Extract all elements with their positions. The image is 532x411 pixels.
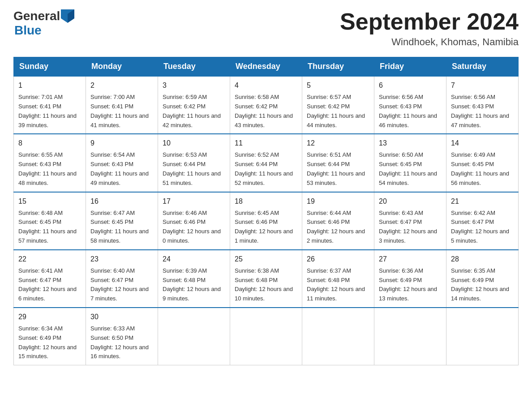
day-number: 30: [90, 312, 153, 322]
day-info: Sunrise: 6:45 AMSunset: 6:46 PMDaylight:…: [235, 209, 297, 246]
calendar-cell: 27Sunrise: 6:36 AMSunset: 6:49 PMDayligh…: [374, 250, 446, 308]
day-number: 26: [307, 254, 369, 265]
col-header-friday: Friday: [374, 57, 446, 77]
day-info: Sunrise: 6:33 AMSunset: 6:50 PMDaylight:…: [90, 324, 153, 361]
calendar-cell: 20Sunrise: 6:43 AMSunset: 6:47 PMDayligh…: [374, 192, 446, 250]
calendar-week-1: 1Sunrise: 7:01 AMSunset: 6:41 PMDaylight…: [14, 76, 519, 134]
calendar-cell: 3Sunrise: 6:59 AMSunset: 6:42 PMDaylight…: [158, 76, 230, 134]
calendar-cell: 2Sunrise: 7:00 AMSunset: 6:41 PMDaylight…: [86, 76, 158, 134]
calendar-cell: 15Sunrise: 6:48 AMSunset: 6:45 PMDayligh…: [14, 192, 86, 250]
col-header-saturday: Saturday: [446, 57, 519, 77]
day-number: 29: [18, 312, 81, 322]
calendar-cell: 17Sunrise: 6:46 AMSunset: 6:46 PMDayligh…: [158, 192, 230, 250]
calendar-cell: 8Sunrise: 6:55 AMSunset: 6:43 PMDaylight…: [14, 134, 86, 192]
calendar-cell: 19Sunrise: 6:44 AMSunset: 6:46 PMDayligh…: [302, 192, 374, 250]
calendar-cell: 16Sunrise: 6:47 AMSunset: 6:45 PMDayligh…: [86, 192, 158, 250]
day-number: 3: [163, 80, 225, 91]
calendar-cell: 5Sunrise: 6:57 AMSunset: 6:42 PMDaylight…: [302, 76, 374, 134]
calendar-week-2: 8Sunrise: 6:55 AMSunset: 6:43 PMDaylight…: [14, 134, 519, 192]
day-number: 1: [18, 80, 81, 91]
day-info: Sunrise: 6:51 AMSunset: 6:44 PMDaylight:…: [307, 150, 369, 188]
day-number: 14: [451, 138, 514, 149]
calendar-week-5: 29Sunrise: 6:34 AMSunset: 6:49 PMDayligh…: [14, 308, 519, 365]
calendar-cell: 30Sunrise: 6:33 AMSunset: 6:50 PMDayligh…: [86, 308, 158, 365]
day-info: Sunrise: 6:54 AMSunset: 6:43 PMDaylight:…: [90, 150, 153, 188]
calendar-week-3: 15Sunrise: 6:48 AMSunset: 6:45 PMDayligh…: [14, 192, 519, 250]
col-header-tuesday: Tuesday: [158, 57, 230, 77]
day-number: 4: [235, 80, 297, 91]
day-info: Sunrise: 6:56 AMSunset: 6:43 PMDaylight:…: [451, 93, 514, 130]
day-info: Sunrise: 6:37 AMSunset: 6:48 PMDaylight:…: [307, 266, 369, 304]
day-info: Sunrise: 6:46 AMSunset: 6:46 PMDaylight:…: [163, 209, 225, 246]
col-header-thursday: Thursday: [302, 57, 374, 77]
day-number: 23: [90, 254, 153, 265]
calendar-cell: 21Sunrise: 6:42 AMSunset: 6:47 PMDayligh…: [446, 192, 519, 250]
day-info: Sunrise: 6:53 AMSunset: 6:44 PMDaylight:…: [163, 150, 225, 188]
day-info: Sunrise: 6:36 AMSunset: 6:49 PMDaylight:…: [379, 266, 442, 304]
day-number: 28: [451, 254, 514, 265]
calendar-cell: 26Sunrise: 6:37 AMSunset: 6:48 PMDayligh…: [302, 250, 374, 308]
day-info: Sunrise: 7:00 AMSunset: 6:41 PMDaylight:…: [90, 93, 153, 130]
day-info: Sunrise: 6:57 AMSunset: 6:42 PMDaylight:…: [307, 93, 369, 130]
day-number: 2: [90, 80, 153, 91]
day-number: 27: [379, 254, 442, 265]
day-number: 9: [90, 138, 153, 149]
calendar-header-row: SundayMondayTuesdayWednesdayThursdayFrid…: [14, 57, 519, 77]
day-number: 16: [90, 196, 153, 207]
calendar-cell: [374, 308, 446, 365]
day-info: Sunrise: 6:42 AMSunset: 6:47 PMDaylight:…: [451, 209, 514, 246]
calendar-cell: 10Sunrise: 6:53 AMSunset: 6:44 PMDayligh…: [158, 134, 230, 192]
day-info: Sunrise: 6:50 AMSunset: 6:45 PMDaylight:…: [379, 150, 442, 188]
logo-general: General: [13, 9, 60, 23]
calendar-cell: 12Sunrise: 6:51 AMSunset: 6:44 PMDayligh…: [302, 134, 374, 192]
calendar-cell: [158, 308, 230, 365]
day-number: 13: [379, 138, 442, 149]
day-info: Sunrise: 6:43 AMSunset: 6:47 PMDaylight:…: [379, 209, 442, 246]
logo: General Blue: [13, 9, 74, 38]
day-info: Sunrise: 6:56 AMSunset: 6:43 PMDaylight:…: [379, 93, 442, 130]
day-number: 6: [379, 80, 442, 91]
day-number: 15: [18, 196, 81, 207]
day-info: Sunrise: 6:58 AMSunset: 6:42 PMDaylight:…: [235, 93, 297, 130]
calendar-cell: 28Sunrise: 6:35 AMSunset: 6:49 PMDayligh…: [446, 250, 519, 308]
day-info: Sunrise: 6:35 AMSunset: 6:49 PMDaylight:…: [451, 266, 514, 304]
calendar-table: SundayMondayTuesdayWednesdayThursdayFrid…: [13, 57, 519, 365]
day-number: 20: [379, 196, 442, 207]
calendar-cell: 4Sunrise: 6:58 AMSunset: 6:42 PMDaylight…: [230, 76, 302, 134]
day-info: Sunrise: 6:38 AMSunset: 6:48 PMDaylight:…: [235, 266, 297, 304]
day-number: 19: [307, 196, 369, 207]
calendar-cell: 14Sunrise: 6:49 AMSunset: 6:45 PMDayligh…: [446, 134, 519, 192]
day-number: 11: [235, 138, 297, 149]
calendar-cell: 1Sunrise: 7:01 AMSunset: 6:41 PMDaylight…: [14, 76, 86, 134]
day-number: 7: [451, 80, 514, 91]
day-info: Sunrise: 6:59 AMSunset: 6:42 PMDaylight:…: [163, 93, 225, 130]
day-info: Sunrise: 6:34 AMSunset: 6:49 PMDaylight:…: [18, 324, 81, 361]
day-number: 24: [163, 254, 225, 265]
calendar-cell: 11Sunrise: 6:52 AMSunset: 6:44 PMDayligh…: [230, 134, 302, 192]
day-info: Sunrise: 6:55 AMSunset: 6:43 PMDaylight:…: [18, 150, 81, 188]
calendar-cell: [230, 308, 302, 365]
calendar-week-4: 22Sunrise: 6:41 AMSunset: 6:47 PMDayligh…: [14, 250, 519, 308]
calendar-cell: 7Sunrise: 6:56 AMSunset: 6:43 PMDaylight…: [446, 76, 519, 134]
calendar-cell: 6Sunrise: 6:56 AMSunset: 6:43 PMDaylight…: [374, 76, 446, 134]
calendar-cell: 23Sunrise: 6:40 AMSunset: 6:47 PMDayligh…: [86, 250, 158, 308]
day-number: 5: [307, 80, 369, 91]
title-section: September 2024 Windhoek, Khomas, Namibia: [340, 9, 519, 48]
calendar-cell: 25Sunrise: 6:38 AMSunset: 6:48 PMDayligh…: [230, 250, 302, 308]
day-info: Sunrise: 6:39 AMSunset: 6:48 PMDaylight:…: [163, 266, 225, 304]
day-number: 10: [163, 138, 225, 149]
logo-blue: Blue: [14, 23, 42, 38]
calendar-cell: 18Sunrise: 6:45 AMSunset: 6:46 PMDayligh…: [230, 192, 302, 250]
page-header: General Blue September 2024 Windhoek, Kh…: [13, 9, 519, 48]
day-number: 21: [451, 196, 514, 207]
day-info: Sunrise: 6:47 AMSunset: 6:45 PMDaylight:…: [90, 209, 153, 246]
day-info: Sunrise: 6:40 AMSunset: 6:47 PMDaylight:…: [90, 266, 153, 304]
month-title: September 2024: [340, 9, 519, 34]
day-info: Sunrise: 7:01 AMSunset: 6:41 PMDaylight:…: [18, 93, 81, 130]
logo-icon: [61, 9, 74, 23]
calendar-cell: [446, 308, 519, 365]
day-number: 12: [307, 138, 369, 149]
day-number: 25: [235, 254, 297, 265]
day-info: Sunrise: 6:49 AMSunset: 6:45 PMDaylight:…: [451, 150, 514, 188]
day-number: 22: [18, 254, 81, 265]
